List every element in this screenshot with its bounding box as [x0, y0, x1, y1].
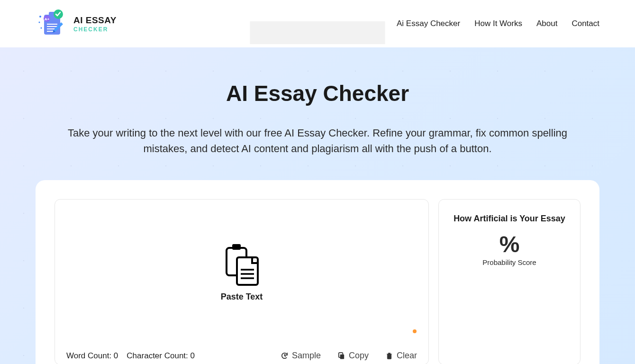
main-card: Paste Text Word Count: 0 Character Count… [36, 180, 599, 364]
probability-label: Probability Score [448, 258, 571, 266]
editor-body[interactable]: Paste Text [55, 200, 428, 345]
paste-icon [223, 243, 261, 288]
refresh-icon [281, 352, 289, 360]
logo-icon: A+ [36, 7, 69, 40]
svg-rect-13 [232, 244, 241, 250]
nav-contact[interactable]: Contact [572, 19, 599, 28]
svg-point-1 [39, 22, 40, 23]
logo-text: AI ESSAY CHECKER [73, 16, 117, 32]
counts: Word Count: 0 Character Count: 0 [66, 351, 195, 361]
card-content: Paste Text Word Count: 0 Character Count… [54, 199, 581, 364]
nav-about[interactable]: About [536, 19, 557, 28]
ad-placeholder [250, 21, 385, 44]
svg-point-2 [41, 27, 42, 29]
char-count: Character Count: 0 [127, 351, 195, 361]
copy-icon [337, 352, 345, 360]
paste-label: Paste Text [221, 292, 263, 302]
svg-rect-18 [340, 355, 345, 359]
trash-icon [385, 352, 393, 360]
page-subtitle: Take your writing to the next level with… [57, 125, 578, 156]
footer-actions: Sample Copy Clear [281, 351, 417, 361]
svg-text:A+: A+ [45, 17, 50, 21]
svg-point-0 [39, 16, 41, 18]
editor-panel: Paste Text Word Count: 0 Character Count… [54, 199, 429, 364]
resize-handle-icon[interactable] [413, 329, 417, 333]
paste-text-button[interactable]: Paste Text [221, 243, 263, 302]
nav-how-it-works[interactable]: How It Works [474, 19, 522, 28]
score-title: How Artificial is Your Essay [448, 214, 571, 224]
clear-button[interactable]: Clear [385, 351, 417, 361]
copy-button[interactable]: Copy [337, 351, 369, 361]
logo-text-sub: CHECKER [73, 27, 117, 32]
hero: AI Essay Checker Take your writing to th… [0, 47, 635, 180]
word-count: Word Count: 0 [66, 351, 118, 361]
main-header: A+ AI ESSAY CHECKER Ai Essay Checker How… [0, 0, 635, 47]
editor-footer: Word Count: 0 Character Count: 0 Sample … [55, 345, 428, 364]
percent-score: % [448, 233, 571, 256]
page-title: AI Essay Checker [36, 81, 599, 106]
logo[interactable]: A+ AI ESSAY CHECKER [36, 7, 117, 40]
logo-text-main: AI ESSAY [73, 16, 117, 25]
sample-button[interactable]: Sample [281, 351, 321, 361]
nav-ai-essay-checker[interactable]: Ai Essay Checker [397, 19, 460, 28]
main-nav: Ai Essay Checker How It Works About Cont… [397, 19, 599, 28]
score-panel: How Artificial is Your Essay % Probabili… [438, 199, 581, 364]
